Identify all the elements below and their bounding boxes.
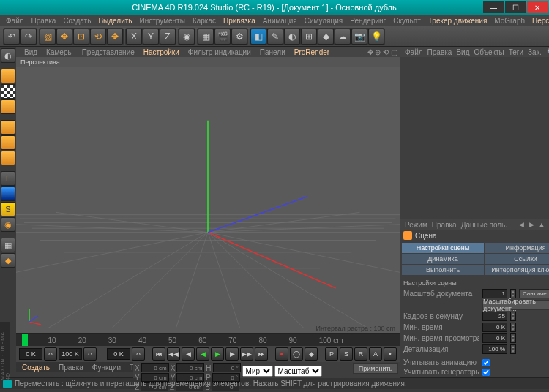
pen-tool-button[interactable]: ✎	[267, 29, 283, 45]
menu-edit[interactable]: Правка	[29, 16, 59, 26]
fps-input[interactable]	[482, 312, 507, 321]
generator-button[interactable]: ⊞	[301, 29, 317, 45]
vp-view-menu[interactable]: Вид	[22, 48, 40, 56]
redo-button[interactable]: ↷	[20, 29, 37, 45]
environment-button[interactable]: ☁	[335, 29, 351, 45]
om-edit-menu[interactable]: Правка	[427, 48, 452, 56]
mat-edit-tab[interactable]: Правка	[56, 363, 86, 372]
minview-input[interactable]	[482, 333, 507, 343]
select-tool[interactable]: ▧	[40, 29, 56, 45]
pos-key-icon[interactable]: P	[325, 347, 338, 361]
tab-scene-settings[interactable]: Настройки сцены	[402, 243, 484, 253]
workplane-mode-icon[interactable]	[1, 99, 15, 114]
record-button[interactable]: ●	[275, 347, 288, 361]
mat-create-tab[interactable]: Создать	[19, 363, 53, 372]
vp-filter-menu[interactable]: Фильтр индикации	[186, 48, 253, 56]
coord-system-button[interactable]: ◉	[179, 29, 195, 45]
poly-mode-icon[interactable]	[1, 151, 15, 165]
model-mode-icon[interactable]	[1, 69, 15, 83]
anim-checkbox[interactable]	[482, 359, 490, 366]
keyframe-sel-button[interactable]: ◆	[305, 347, 318, 361]
workplane-icon[interactable]: ◉	[1, 217, 15, 232]
axis-mode-icon[interactable]: L	[1, 171, 15, 186]
z-axis-toggle[interactable]: Z	[160, 29, 176, 45]
close-button[interactable]: ✕	[527, 1, 548, 13]
pla-key-icon[interactable]: •	[384, 347, 397, 361]
spinner-icon[interactable]: ‹›	[44, 347, 57, 361]
next-frame-button[interactable]: ▶	[225, 347, 239, 361]
goto-end-button[interactable]: ⏭	[255, 347, 268, 361]
attr-userdata-menu[interactable]: Данные поль.	[461, 221, 508, 229]
viewport-solo-icon[interactable]: ▦	[1, 238, 15, 252]
light-button[interactable]: 💡	[368, 29, 384, 45]
vp-display-menu[interactable]: Представление	[80, 48, 137, 56]
autokey-button[interactable]: ◯	[290, 347, 303, 361]
spinner-icon[interactable]: ▲▼	[510, 333, 516, 343]
om-file-menu[interactable]: Файл	[405, 48, 423, 56]
scale-tool[interactable]: ⊡	[73, 29, 89, 45]
prev-key-button[interactable]: ◀◀	[167, 347, 180, 361]
rotate-tool[interactable]: ⟲	[90, 29, 106, 45]
menu-animation[interactable]: Анимация	[260, 16, 300, 26]
menu-mograph[interactable]: MoGraph	[491, 16, 528, 26]
lasttool-button[interactable]: ✥	[107, 29, 123, 45]
menu-select[interactable]: Выделить	[95, 16, 135, 26]
scale-key-icon[interactable]: S	[340, 347, 353, 361]
tab-execute[interactable]: Выполнить	[402, 265, 484, 275]
minimize-button[interactable]: —	[483, 1, 504, 13]
frame-start-input[interactable]	[19, 348, 42, 360]
viewport-3d[interactable]: Интервал растра : 100 cm	[16, 67, 400, 333]
detail-input[interactable]	[482, 344, 507, 354]
y-axis-toggle[interactable]: Y	[143, 29, 159, 45]
tab-info[interactable]: Информация	[485, 243, 549, 253]
render-picture-button[interactable]: 🎬	[214, 29, 231, 45]
menu-file[interactable]: Файл	[3, 16, 27, 26]
x-axis-toggle[interactable]: X	[126, 29, 142, 45]
gen-checkbox[interactable]	[482, 369, 490, 376]
menu-tools[interactable]: Инструменты	[137, 16, 188, 26]
texture-mode-icon[interactable]	[1, 84, 15, 99]
viewport-solo2-icon[interactable]: ◆	[1, 253, 15, 268]
attr-fwd-icon[interactable]: ▶	[527, 220, 536, 229]
x-size-input[interactable]	[176, 363, 204, 372]
vp-nav-icons[interactable]: ✥ ⊕ ⟲ ▢	[365, 48, 400, 56]
vp-options-menu[interactable]: Настройки	[141, 48, 182, 56]
mintime-input[interactable]	[482, 323, 507, 332]
menu-character[interactable]: Перс	[529, 16, 549, 26]
play-backward-button[interactable]: ◀	[196, 347, 209, 361]
menu-mesh[interactable]: Каркас	[190, 16, 219, 26]
attr-up-icon[interactable]: ▲	[537, 220, 546, 229]
attr-edit-menu[interactable]: Правка	[432, 221, 457, 229]
edge-mode-icon[interactable]	[1, 135, 15, 150]
mat-func-tab[interactable]: Функции	[89, 363, 124, 372]
frame-end-input[interactable]	[59, 348, 82, 360]
prev-frame-button[interactable]: ◀	[182, 347, 195, 361]
deformer-button[interactable]: ◆	[318, 29, 334, 45]
apply-button[interactable]: Применить	[353, 363, 398, 374]
om-view-menu[interactable]: Вид	[456, 48, 469, 56]
spinner-icon[interactable]: ▲▼	[510, 323, 516, 332]
scale-document-button[interactable]: Масштабировать документ...	[482, 300, 549, 310]
x-pos-input[interactable]	[141, 363, 169, 372]
make-editable-icon[interactable]: ◐	[1, 48, 15, 63]
menu-create[interactable]: Создать	[60, 16, 94, 26]
play-forward-button[interactable]: ▶	[211, 347, 224, 361]
menu-render[interactable]: Рендеринг	[347, 16, 389, 26]
om-tags-menu[interactable]: Теги	[509, 48, 523, 56]
cube-primitive-button[interactable]: ◧	[250, 29, 266, 45]
camera-button[interactable]: 📷	[351, 29, 367, 45]
menu-snap[interactable]: Привязка	[220, 16, 258, 26]
attr-back-icon[interactable]: ◀	[517, 220, 526, 229]
h-rot-input[interactable]	[213, 363, 241, 372]
vp-prorender-menu[interactable]: ProRender	[292, 48, 332, 56]
menu-simulation[interactable]: Симуляция	[302, 16, 346, 26]
menu-tracker[interactable]: Трекер движения	[425, 16, 490, 26]
nurbs-button[interactable]: ◐	[284, 29, 300, 45]
goto-start-button[interactable]: ⏮	[152, 347, 165, 361]
tweak-mode-icon[interactable]	[1, 186, 15, 201]
tab-refs[interactable]: Ссылки	[485, 254, 549, 264]
current-frame-input[interactable]	[107, 348, 130, 360]
undo-button[interactable]: ↶	[4, 29, 20, 45]
tab-dynamics[interactable]: Динамика	[402, 254, 484, 264]
render-view-button[interactable]: ▦	[198, 29, 214, 45]
